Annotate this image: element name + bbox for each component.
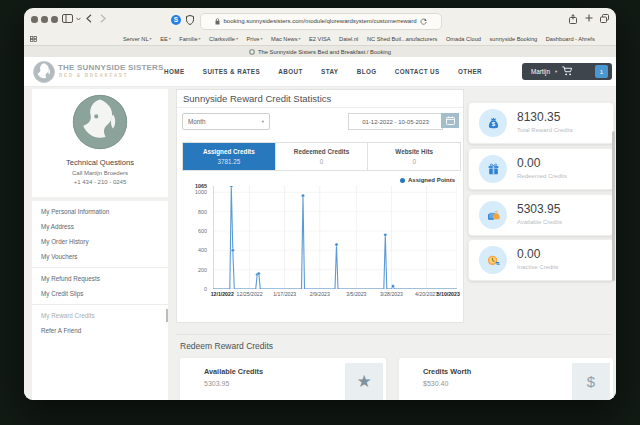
sidebar-menu-group: My Refund RequestsMy Credit Slips [32, 267, 168, 304]
share-icon[interactable] [569, 14, 577, 24]
bookmark-item[interactable]: NC Shed Buil...anufacturers [367, 36, 438, 42]
cart-icon[interactable] [562, 66, 573, 76]
x-axis-tick-label: 4/20/2023 [415, 291, 438, 297]
calendar-button[interactable] [441, 113, 459, 128]
date-range-input[interactable]: 01-12-2022 - 10-05-2023 [348, 113, 443, 130]
traffic-light-minimize-button[interactable] [41, 16, 48, 23]
chart-legend: Assigned Points [400, 177, 455, 183]
url-text: booking.sunnysidesisters.com/module/qlor… [223, 18, 416, 24]
tab-favicon [249, 49, 255, 55]
clock-coin-icon [479, 246, 507, 274]
x-axis-tick-label: 12/25/2022 [237, 291, 263, 297]
main-nav: HOMESUITES & RATESABOUTSTAYBLOGCONTACT U… [164, 57, 482, 86]
back-button[interactable] [86, 14, 92, 23]
bookmark-item[interactable]: Dashboard - Ahrefs [546, 36, 595, 42]
nav-item-suites-rates[interactable]: SUITES & RATES [203, 68, 260, 75]
summary-card-inactive-credits: 0.00Inactive Credits [468, 239, 614, 281]
bookmark-item[interactable]: Mac News▾ [271, 36, 301, 42]
nav-item-stay[interactable]: STAY [321, 68, 338, 75]
dollar-icon: $ [572, 363, 610, 400]
card-title: Available Credits [204, 367, 263, 376]
new-tab-icon[interactable] [585, 14, 593, 22]
star-icon: ★ [345, 363, 383, 400]
sidebar-toggle-icon[interactable] [62, 14, 73, 23]
svg-text:S: S [174, 16, 179, 23]
bookmark-item[interactable]: Clarksville▾ [209, 36, 238, 42]
x-axis-tick-label: 5/10/2023 [437, 291, 460, 297]
stat-tabs: Assigned Credits3781.25Redeemed Credits0… [182, 142, 461, 171]
y-axis-tick-label: 200 [198, 267, 207, 273]
sidebar-menu: My Personal InformationMy AddressMy Orde… [32, 201, 168, 400]
summary-value: 8130.35 [517, 110, 560, 124]
extension-shield-icon[interactable] [186, 15, 194, 25]
nav-item-contact-us[interactable]: CONTACT US [395, 68, 440, 75]
tab-overview-icon[interactable] [600, 14, 609, 23]
nav-item-home[interactable]: HOME [164, 68, 185, 75]
period-select[interactable]: Month ▾ [182, 113, 270, 130]
sidebar-item-my-personal-information[interactable]: My Personal Information [32, 204, 168, 219]
traffic-light-close-button[interactable] [31, 16, 38, 23]
sidebar-item-my-reward-credits[interactable]: My Reward Credits [32, 308, 168, 323]
legend-dot-icon [400, 178, 405, 183]
tab-label: Website Hits [395, 148, 433, 155]
x-axis-tick-label: 12/1/2022 [211, 291, 234, 297]
bookmark-item[interactable]: sunnyside Booking [489, 36, 537, 42]
x-axis-tick-label: 2/9/2023 [310, 291, 330, 297]
site-logo[interactable] [33, 61, 55, 87]
extension-s-icon[interactable]: S [171, 15, 181, 25]
money-bag-icon: $ [479, 109, 507, 137]
page-scrollbar[interactable] [612, 131, 615, 281]
tab-website-hits[interactable]: Website Hits0 [368, 143, 460, 170]
redeem-section-title: Redeem Reward Credits [180, 341, 273, 351]
tab-value: 0 [412, 158, 416, 165]
logo-icon [33, 61, 55, 83]
bookmarks-bar: Server NL▾EE▾Familie▾Clarksville▾Prive▾M… [24, 32, 616, 45]
chevron-down-icon: ▾ [236, 36, 238, 41]
y-axis-tick-label: 1000 [195, 189, 207, 195]
y-axis-tick-label: 0 [204, 286, 207, 292]
summary-card-available-credits: 5303.95Available Credits [468, 194, 614, 236]
site-header: THE SUNNYSIDE SISTERS BED & BREAKFAST HO… [24, 57, 616, 87]
tab-redeemed-credits[interactable]: Redeemed Credits0 [276, 143, 369, 170]
bookmark-item[interactable]: Omada Cloud [446, 36, 481, 42]
bookmark-item[interactable]: Server NL▾ [123, 36, 152, 42]
brand-name[interactable]: THE SUNNYSIDE SISTERS [58, 63, 164, 72]
chevron-down-icon: ▾ [150, 36, 152, 41]
nav-item-about[interactable]: ABOUT [278, 68, 302, 75]
account-dropdown-arrow: ▾ [555, 69, 557, 74]
sidebar-item-my-address[interactable]: My Address [32, 219, 168, 234]
cart-count-badge: 1 [595, 65, 608, 78]
tab-assigned-credits[interactable]: Assigned Credits3781.25 [183, 143, 276, 170]
page-content: THE SUNNYSIDE SISTERS BED & BREAKFAST HO… [24, 57, 616, 400]
bookmark-item[interactable]: Datel.nl [339, 36, 358, 42]
sidebar-item-my-credit-slips[interactable]: My Credit Slips [32, 286, 168, 301]
summary-value: 0.00 [517, 156, 540, 170]
divider [177, 107, 463, 108]
browser-toolbar: S booking.sunnysidesisters.com/module/ql… [24, 8, 616, 32]
forward-button[interactable] [100, 14, 106, 23]
account-button[interactable]: Martijn ▾ 1 [522, 63, 612, 81]
x-axis-tick-label: 1/17/2023 [273, 291, 296, 297]
sidebar-item-my-refund-requests[interactable]: My Refund Requests [32, 271, 168, 286]
reading-list-icon[interactable] [30, 36, 37, 42]
traffic-light-zoom-button[interactable] [51, 16, 58, 23]
summary-label: Redeemed Credits [517, 173, 567, 179]
bookmark-item[interactable]: E2 VISA [309, 36, 331, 42]
reload-icon[interactable] [420, 18, 427, 25]
nav-item-blog[interactable]: BLOG [357, 68, 377, 75]
card-title: Credits Worth [423, 367, 471, 376]
nav-item-other[interactable]: OTHER [458, 68, 482, 75]
period-select-value: Month [188, 118, 206, 125]
bookmark-item[interactable]: EE▾ [160, 36, 171, 42]
bookmark-item[interactable]: Familie▾ [179, 36, 200, 42]
sidebar-item-refer-a-friend[interactable]: Refer A Friend [32, 323, 168, 338]
sidebar-item-my-vouchers[interactable]: My Vouchers [32, 249, 168, 264]
address-bar[interactable]: booking.sunnysidesisters.com/module/qlor… [200, 13, 442, 30]
chevron-down-icon[interactable] [76, 17, 81, 21]
x-axis-tick-label: 3/5/2023 [346, 291, 366, 297]
bookmark-item[interactable]: Prive▾ [247, 36, 263, 42]
summary-label: Inactive Credits [517, 264, 558, 270]
sidebar-item-my-order-history[interactable]: My Order History [32, 234, 168, 249]
summary-card-total-reward-credits: $8130.35Total Reward Credits [468, 102, 614, 144]
chevron-down-icon: ▾ [261, 36, 263, 41]
